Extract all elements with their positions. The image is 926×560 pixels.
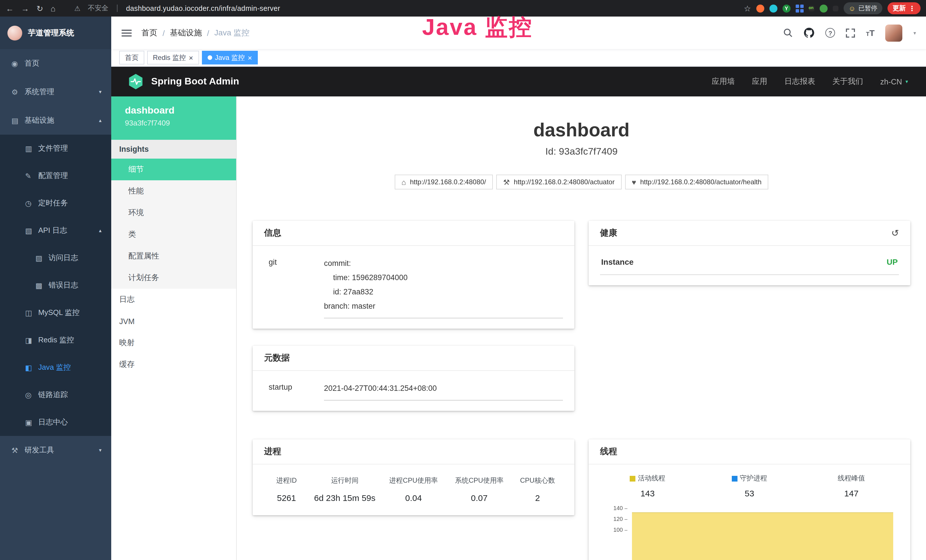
tab-home[interactable]: 首页 [119, 51, 144, 65]
sidebar-item-label: 基础设施 [24, 115, 54, 126]
locale-selector[interactable]: zh-CN ▾ [880, 77, 908, 86]
sidebar-item-label: 日志中心 [38, 417, 68, 427]
column-header: 运行时间 [309, 476, 381, 486]
actuator-url: http://192.168.0.2:48080/actuator [514, 178, 615, 186]
tool-icon: ⚒ [11, 446, 24, 454]
chevron-down-icon[interactable]: ▾ [914, 30, 916, 36]
sidebar-item-log-center[interactable]: ▣ 日志中心 [0, 409, 111, 436]
sidebar-item-label: 错误日志 [48, 280, 78, 291]
breadcrumb-home[interactable]: 首页 [141, 28, 157, 38]
help-icon[interactable]: ? [825, 28, 835, 38]
service-url-button[interactable]: ⌂ http://192.168.0.2:48080/ [395, 175, 493, 189]
sidebar-item-infra[interactable]: ▤ 基础设施 ▴ [0, 106, 111, 135]
close-icon[interactable]: × [248, 54, 252, 61]
sba-item-config-props[interactable]: 配置属性 [111, 245, 236, 267]
history-icon[interactable]: ↺ [891, 229, 899, 238]
extension-icon-6[interactable] [819, 4, 827, 12]
info-line: time: 1596289704000 [324, 271, 563, 285]
tab-label: 首页 [125, 53, 139, 62]
sba-nav-journal[interactable]: 日志报表 [784, 76, 815, 87]
sba-nav-about[interactable]: 关于我们 [832, 76, 863, 87]
java-monitor-icon: ◧ [25, 363, 38, 372]
sidebar-item-mysql-monitor[interactable]: ◫ MySQL 监控 [0, 299, 111, 326]
chevron-down-icon: ▾ [905, 79, 908, 85]
breadcrumb-section[interactable]: 基础设施 [170, 28, 202, 38]
sba-item-classes[interactable]: 类 [111, 224, 236, 245]
sidebar-item-config-manage[interactable]: ✎ 配置管理 [0, 162, 111, 189]
github-icon[interactable] [803, 27, 814, 38]
back-icon[interactable]: ← [6, 4, 14, 12]
tab-redis-monitor[interactable]: Redis 监控 × [147, 51, 199, 65]
sidebar-item-label: 系统管理 [24, 87, 54, 97]
sidebar-item-file-manage[interactable]: ▥ 文件管理 [0, 135, 111, 162]
bookmark-star-icon[interactable]: ☆ [744, 4, 751, 12]
chevron-up-icon: ▴ [99, 118, 101, 123]
card-title: 线程 [600, 446, 617, 457]
sba-item-jvm[interactable]: JVM [111, 310, 236, 332]
instance-block[interactable]: dashboard 93a3fc7f7409 [111, 97, 236, 140]
extension-icon-7[interactable] [832, 5, 838, 11]
health-url-button[interactable]: ♥ http://192.168.0.2:48080/actuator/heal… [625, 175, 768, 189]
browser-home-icon[interactable]: ⌂ [50, 4, 55, 12]
forward-icon[interactable]: → [21, 4, 29, 12]
wrench-icon: ⚒ [503, 178, 510, 186]
health-row[interactable]: Instance UP [600, 256, 899, 275]
browser-menu-icon[interactable]: ⋮ [909, 5, 915, 12]
search-icon[interactable] [783, 28, 793, 38]
sba-item-environment[interactable]: 环境 [111, 202, 236, 224]
sidebar-item-home[interactable]: ◉ 首页 [0, 49, 111, 77]
close-icon[interactable]: × [189, 54, 193, 61]
breadcrumb-current: Java 监控 [215, 28, 250, 38]
sba-item-scheduled-tasks[interactable]: 计划任务 [111, 267, 236, 289]
paused-extension-badge[interactable]: ☺ 已暂停 [843, 2, 882, 14]
app-title: 芋道管理系统 [28, 28, 74, 38]
fullscreen-icon[interactable] [846, 28, 855, 37]
eye-icon: ◎ [25, 390, 38, 399]
column-header: 系统CPU使用率 [446, 476, 512, 486]
cell-value: 0.04 [381, 493, 446, 502]
breadcrumb-separator: / [163, 28, 165, 37]
sba-item-mappings[interactable]: 映射 [111, 332, 236, 354]
access-log-icon: ▨ [35, 254, 48, 262]
sidebar-item-dev-tools[interactable]: ⚒ 研发工具 ▾ [0, 436, 111, 465]
sidebar-item-access-logs[interactable]: ▨ 访问日志 [0, 244, 111, 272]
extension-icon-3[interactable]: Y [782, 4, 790, 12]
extension-icon-1[interactable] [756, 4, 764, 12]
security-label[interactable]: 不安全 [88, 3, 108, 13]
app-logo[interactable]: 芋道管理系统 [0, 17, 111, 49]
url-divider [117, 5, 118, 12]
chevron-down-icon: ▾ [99, 447, 101, 453]
sidebar-item-redis-monitor[interactable]: ◨ Redis 监控 [0, 326, 111, 354]
tags-bar: 首页 Redis 监控 × Java 监控 × [111, 49, 926, 67]
sba-item-caches[interactable]: 缓存 [111, 354, 236, 375]
security-warning-icon[interactable]: ⚠ [74, 4, 80, 12]
tab-java-monitor[interactable]: Java 监控 × [202, 51, 258, 65]
card-title: 进程 [264, 446, 281, 457]
extension-icon-2[interactable] [769, 4, 777, 12]
update-button[interactable]: 更新 ⋮ [888, 2, 921, 14]
legend-swatch-blue [732, 475, 737, 481]
reload-icon[interactable]: ↻ [36, 4, 43, 12]
extension-icon-4[interactable] [795, 4, 803, 12]
actuator-url-button[interactable]: ⚒ http://192.168.0.2:48080/actuator [496, 175, 622, 189]
address-bar-url[interactable]: dashboard.yudao.iocoder.cn/infra/admin-s… [126, 4, 280, 12]
sidebar-item-tracing[interactable]: ◎ 链路追踪 [0, 381, 111, 409]
extension-icon-5[interactable]: on [808, 5, 814, 11]
legend-active-threads: 活动线程 143 [597, 474, 698, 498]
sidebar-item-system[interactable]: ⚙ 系统管理 ▾ [0, 77, 111, 106]
font-size-icon[interactable]: TT [866, 29, 875, 37]
sba-item-logs[interactable]: 日志 [111, 289, 236, 310]
sba-nav-wall[interactable]: 应用墙 [711, 76, 735, 87]
sidebar-item-java-monitor[interactable]: ◧ Java 监控 [0, 354, 111, 381]
sba-item-details[interactable]: 细节 [111, 159, 236, 180]
sidebar-item-error-logs[interactable]: ▩ 错误日志 [0, 272, 111, 299]
sba-item-performance[interactable]: 性能 [111, 180, 236, 202]
spring-boot-admin-logo-icon [127, 73, 144, 90]
sidebar-item-scheduled-jobs[interactable]: ◷ 定时任务 [0, 189, 111, 217]
sba-nav-applications[interactable]: 应用 [752, 76, 767, 87]
sba-brand[interactable]: Spring Boot Admin [127, 73, 239, 90]
sidebar-item-api-logs[interactable]: ▧ API 日志 ▴ [0, 217, 111, 244]
user-avatar[interactable] [885, 24, 903, 41]
hamburger-icon[interactable] [121, 29, 132, 36]
process-card: 进程 进程ID 运行时间 进程CPU使用率 系统CPU使用率 CPU核心数 52… [253, 439, 574, 515]
